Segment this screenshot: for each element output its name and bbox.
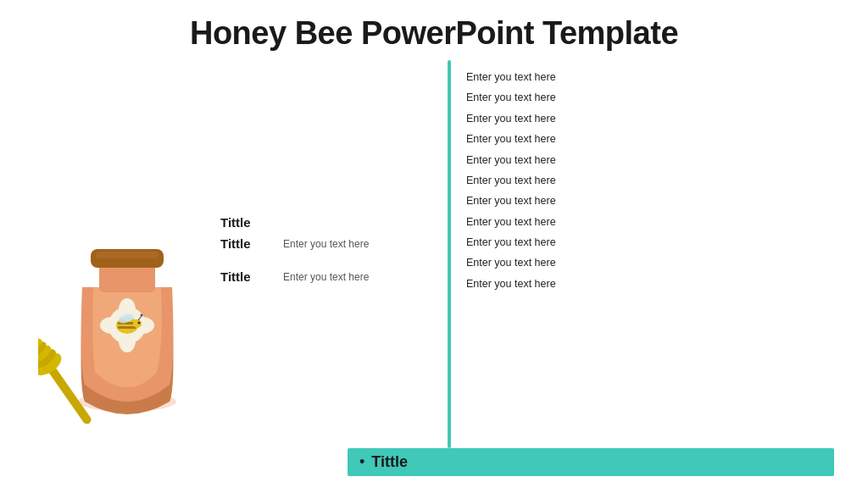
entry-text-2: Enter you text here — [283, 236, 369, 250]
list-item: Enter you text here — [466, 232, 834, 252]
list-item: Enter you text here — [466, 212, 834, 232]
svg-rect-9 — [96, 252, 159, 258]
center-row-3: Tittle Enter you text here — [220, 269, 432, 284]
list-item: Enter you text here — [466, 191, 834, 211]
title-label-1: Tittle — [220, 215, 271, 230]
list-item: Enter you text here — [466, 108, 834, 129]
right-list: Enter you text hereEnter you text hereEn… — [466, 67, 834, 294]
center-area: Tittle Tittle Enter you text here Tittle… — [212, 60, 432, 448]
bottom-title-label: Tittle — [371, 453, 408, 471]
svg-point-18 — [133, 319, 142, 328]
main-content: Tittle Tittle Enter you text here Tittle… — [0, 52, 868, 448]
entry-text-3: Enter you text here — [283, 269, 369, 283]
bottom-bullet: • — [359, 453, 364, 471]
center-title-row-1: Tittle — [220, 215, 432, 230]
list-item: Enter you text here — [466, 274, 834, 294]
svg-point-21 — [141, 314, 143, 317]
center-row-2: Tittle Enter you text here — [220, 236, 432, 251]
title-label-2: Tittle — [220, 236, 271, 251]
right-area: Enter you text hereEnter you text hereEn… — [466, 60, 834, 448]
svg-rect-17 — [118, 326, 136, 329]
list-item: Enter you text here — [466, 170, 834, 191]
honey-jar-illustration — [38, 160, 199, 431]
list-item: Enter you text here — [466, 129, 834, 149]
vertical-divider — [448, 60, 451, 448]
title-label-3: Tittle — [220, 269, 271, 284]
list-item: Enter you text here — [466, 87, 834, 108]
svg-point-19 — [138, 322, 141, 324]
illustration-area — [25, 60, 212, 448]
bottom-title-bar: • Tittle — [348, 448, 834, 476]
list-item: Enter you text here — [466, 150, 834, 170]
list-item: Enter you text here — [466, 67, 834, 87]
page-title: Honey Bee PowerPoint Template — [190, 15, 678, 52]
list-item: Enter you text here — [466, 252, 834, 273]
